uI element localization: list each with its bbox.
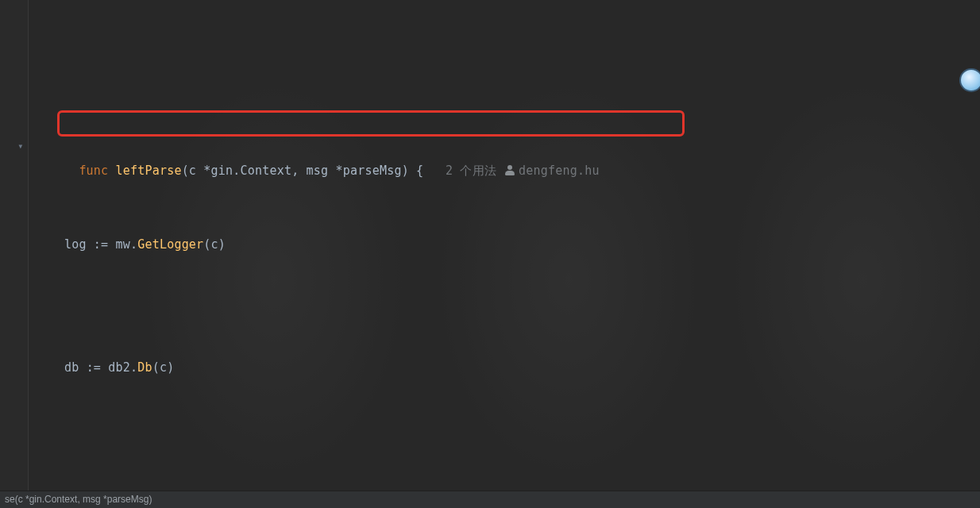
kw-func: func [79,164,108,178]
code-block[interactable]: func leftParse(c *gin.Context, msg *pars… [0,11,980,508]
inlay-usages[interactable]: 2 个用法 [446,164,496,178]
author-icon [504,164,515,175]
code-line[interactable]: func leftParse(c *gin.Context, msg *pars… [35,110,980,134]
collaborator-avatar[interactable] [959,68,980,92]
code-editor[interactable]: func leftParse(c *gin.Context, msg *pars… [0,0,980,508]
breadcrumb-text: se(c *gin.Context, msg *parseMsg) [5,494,152,505]
inlay-author[interactable]: dengfeng.hu [519,164,600,178]
code-line[interactable]: log := mw.GetLogger(c) [35,233,980,257]
code-line[interactable]: db := db2.Db(c) [35,356,980,380]
func-name: leftParse [116,164,182,178]
fold-down-icon[interactable] [6,134,35,159]
breadcrumb[interactable]: se(c *gin.Context, msg *parseMsg) [0,491,980,508]
